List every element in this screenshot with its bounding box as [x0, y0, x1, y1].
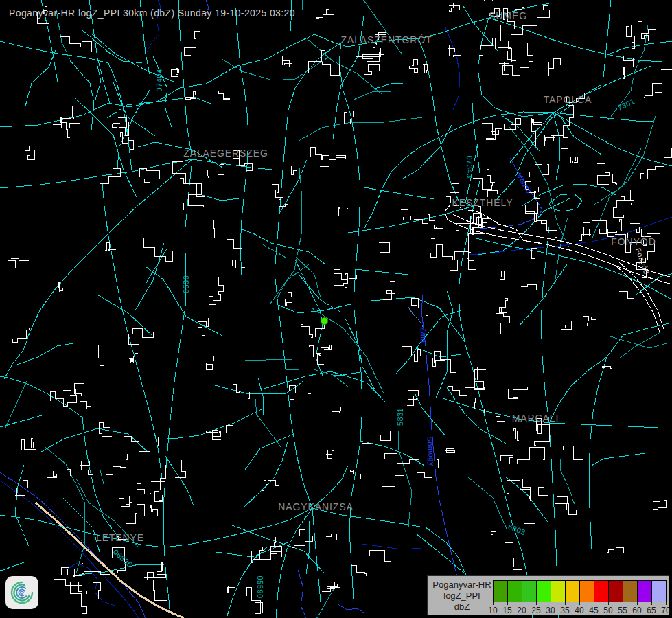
dbz-tickmark: [551, 602, 551, 605]
dbz-color-cell: [637, 580, 652, 602]
dbz-tickmark: [565, 602, 566, 605]
road-number-label: 6536: [182, 275, 190, 293]
dbz-color-cell: [608, 580, 623, 602]
dbz-color-cell: [551, 580, 566, 602]
map-canvas: [0, 0, 672, 618]
radar-map-screen: Poganyvar-HR logZ_PPI 30km (dbZ) Sunday …: [0, 0, 672, 618]
dbz-tickmark: [579, 602, 580, 605]
dbz-color-cell: [493, 580, 508, 602]
legend-line-product: logZ_PPI: [430, 591, 494, 602]
dbz-tickmark: [651, 602, 652, 605]
radar-echo: [321, 318, 327, 324]
color-scale-legend: Poganyvar-HR logZ_PPI dbZ 10152025303540…: [427, 575, 669, 615]
city-label-smeg: SÜMEG: [489, 10, 527, 21]
road-number-label: 07343: [465, 155, 474, 178]
dbz-color-bar: 10152025303540455055606570: [493, 580, 667, 613]
dbz-tick-value: 70: [658, 606, 672, 615]
dbz-tickmark: [637, 602, 638, 605]
city-label-keszthely: KESZTHELY: [452, 197, 513, 208]
dbz-color-cell: [623, 580, 638, 602]
city-label-fonyd: FONYÓD: [611, 236, 656, 247]
city-label-tapolca: TAPOLCA: [544, 94, 592, 105]
dbz-tickmark: [493, 602, 494, 605]
water-name-label: Zala: [419, 327, 428, 343]
road-network-layer: [0, 0, 672, 618]
dbz-color-cell: [579, 580, 594, 602]
city-label-marcali: MARCALI: [512, 413, 559, 424]
dbz-tickmark: [522, 602, 522, 605]
dbz-tickmark: [536, 602, 537, 605]
dbz-tickmark: [666, 602, 667, 605]
dbz-tickmark: [608, 602, 609, 605]
dbz-tickmark: [594, 602, 594, 605]
road-number-label: 05590: [256, 575, 264, 598]
dbz-color-cell: [651, 580, 667, 602]
motorway-layer: [36, 503, 184, 618]
city-label-nagykanizsa: NAGYKANIZSA: [278, 501, 353, 512]
road-number-label: 07404: [155, 69, 163, 91]
dbz-color-cell: [536, 580, 551, 602]
dbz-color-cell: [565, 580, 580, 602]
road-number-label: 5831: [396, 408, 404, 426]
city-label-zalaszentgrt: ZALASZENTGRÓT: [340, 34, 432, 45]
cyclone-spiral-logo: [5, 576, 38, 609]
legend-line-radar: Poganyvar-HR: [430, 580, 494, 591]
dbz-color-cell: [522, 580, 537, 602]
dbz-color-cell: [594, 580, 609, 602]
dbz-color-cell: [507, 580, 522, 602]
dbz-color-cells: [493, 580, 667, 602]
city-label-letenye: LETENYE: [96, 532, 144, 543]
product-title: Poganyvar-HR logZ_PPI 30km (dbZ) Sunday …: [9, 8, 295, 19]
dbz-tickmark: [623, 602, 623, 605]
dbz-tickmark: [507, 602, 508, 605]
city-label-zalaegerszeg: ZALAEGERSZEG: [183, 148, 268, 159]
